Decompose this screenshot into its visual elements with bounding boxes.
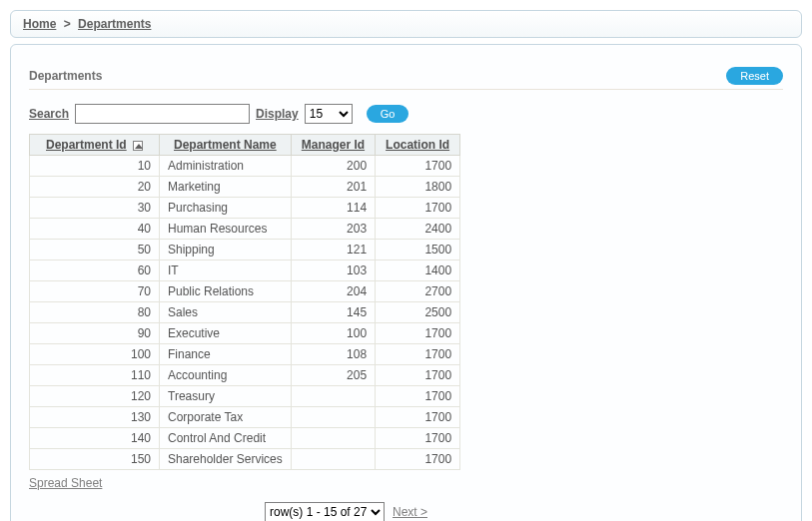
cell-dept_id: 100 [30, 344, 160, 365]
cell-dept_name: Public Relations [160, 281, 292, 302]
cell-dept_name: Purchasing [160, 198, 292, 219]
sort-asc-icon[interactable] [133, 141, 143, 151]
cell-dept_name: Shipping [160, 240, 292, 260]
cell-location_id: 1700 [376, 386, 460, 407]
search-input[interactable] [75, 104, 250, 124]
cell-location_id: 2400 [376, 219, 460, 240]
display-select[interactable]: 15 [305, 104, 353, 124]
cell-dept_id: 110 [30, 365, 160, 386]
cell-manager_id: 121 [291, 240, 375, 260]
cell-location_id: 1800 [376, 177, 460, 198]
cell-dept_id: 50 [30, 240, 160, 260]
cell-dept_name: Human Resources [160, 219, 292, 240]
cell-dept_name: Executive [160, 323, 292, 344]
cell-location_id: 1700 [376, 407, 460, 428]
go-button[interactable]: Go [367, 105, 409, 123]
cell-dept_id: 40 [30, 219, 160, 240]
breadcrumb-current[interactable]: Departments [78, 17, 151, 31]
cell-location_id: 2700 [376, 281, 460, 302]
cell-manager_id [291, 386, 375, 407]
region-header: Departments Reset [29, 67, 783, 90]
col-header-dept-name[interactable]: Department Name [160, 135, 292, 156]
cell-manager_id: 108 [291, 344, 375, 365]
table-row: 60IT1031400 [30, 260, 460, 281]
table-row: 70Public Relations2042700 [30, 281, 460, 302]
cell-dept_id: 150 [30, 449, 160, 470]
cell-location_id: 1700 [376, 156, 460, 177]
cell-dept_id: 140 [30, 428, 160, 449]
cell-dept_name: Sales [160, 302, 292, 323]
cell-manager_id: 205 [291, 365, 375, 386]
cell-dept_name: Corporate Tax [160, 407, 292, 428]
search-label: Search [29, 107, 69, 121]
reset-button[interactable]: Reset [726, 67, 783, 85]
table-row: 90Executive1001700 [30, 323, 460, 344]
pagination-select[interactable]: row(s) 1 - 15 of 27 [265, 502, 385, 521]
cell-dept_name: Shareholder Services [160, 449, 292, 470]
table-row: 40Human Resources2032400 [30, 219, 460, 240]
cell-dept_id: 20 [30, 177, 160, 198]
departments-table: Department Id Department Name Manager Id… [29, 134, 460, 470]
cell-location_id: 2500 [376, 302, 460, 323]
pagination: row(s) 1 - 15 of 27 Next > [29, 502, 783, 521]
cell-manager_id [291, 449, 375, 470]
cell-manager_id: 203 [291, 219, 375, 240]
cell-manager_id [291, 428, 375, 449]
spreadsheet-link[interactable]: Spread Sheet [29, 476, 102, 490]
cell-manager_id: 103 [291, 260, 375, 281]
cell-dept_name: Accounting [160, 365, 292, 386]
cell-manager_id: 145 [291, 302, 375, 323]
col-header-manager-id[interactable]: Manager Id [291, 135, 375, 156]
breadcrumb-home[interactable]: Home [23, 17, 56, 31]
next-link[interactable]: Next > [393, 505, 427, 519]
departments-region: Departments Reset Search Display 15 Go D… [29, 67, 783, 521]
cell-manager_id: 204 [291, 281, 375, 302]
cell-dept_id: 70 [30, 281, 160, 302]
table-row: 20Marketing2011800 [30, 177, 460, 198]
cell-dept_id: 80 [30, 302, 160, 323]
cell-location_id: 1700 [376, 323, 460, 344]
cell-manager_id: 200 [291, 156, 375, 177]
cell-dept_name: IT [160, 260, 292, 281]
table-row: 110Accounting2051700 [30, 365, 460, 386]
cell-location_id: 1500 [376, 240, 460, 260]
cell-dept_id: 60 [30, 260, 160, 281]
breadcrumb-sep: > [64, 17, 71, 31]
table-row: 10Administration2001700 [30, 156, 460, 177]
table-row: 130Corporate Tax1700 [30, 407, 460, 428]
cell-location_id: 1700 [376, 449, 460, 470]
cell-dept_name: Control And Credit [160, 428, 292, 449]
cell-dept_id: 90 [30, 323, 160, 344]
cell-location_id: 1700 [376, 198, 460, 219]
table-row: 120Treasury1700 [30, 386, 460, 407]
breadcrumb: Home > Departments [10, 10, 802, 38]
search-bar: Search Display 15 Go [29, 104, 783, 124]
cell-dept_id: 130 [30, 407, 160, 428]
cell-dept_name: Marketing [160, 177, 292, 198]
cell-manager_id: 100 [291, 323, 375, 344]
cell-manager_id: 114 [291, 198, 375, 219]
table-row: 150Shareholder Services1700 [30, 449, 460, 470]
cell-manager_id [291, 407, 375, 428]
cell-location_id: 1400 [376, 260, 460, 281]
table-row: 50Shipping1211500 [30, 240, 460, 260]
table-row: 100Finance1081700 [30, 344, 460, 365]
display-label: Display [256, 107, 299, 121]
col-header-location-id[interactable]: Location Id [376, 135, 460, 156]
cell-dept_name: Administration [160, 156, 292, 177]
cell-dept_id: 10 [30, 156, 160, 177]
region-title: Departments [29, 69, 102, 83]
cell-location_id: 1700 [376, 365, 460, 386]
cell-location_id: 1700 [376, 428, 460, 449]
cell-dept_name: Treasury [160, 386, 292, 407]
cell-dept_name: Finance [160, 344, 292, 365]
cell-manager_id: 201 [291, 177, 375, 198]
cell-dept_id: 30 [30, 198, 160, 219]
col-header-dept-id[interactable]: Department Id [30, 135, 160, 156]
main-panel: Departments Reset Search Display 15 Go D… [10, 44, 802, 521]
table-row: 80Sales1452500 [30, 302, 460, 323]
cell-dept_id: 120 [30, 386, 160, 407]
table-header-row: Department Id Department Name Manager Id… [30, 135, 460, 156]
table-row: 140Control And Credit1700 [30, 428, 460, 449]
table-row: 30Purchasing1141700 [30, 198, 460, 219]
